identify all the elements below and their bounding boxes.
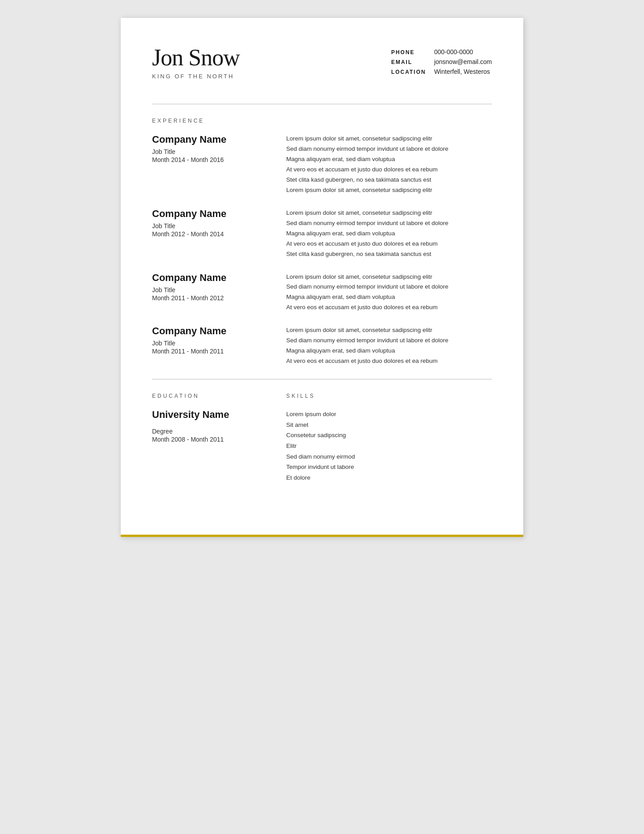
company-name: Company Name — [152, 134, 273, 145]
experience-description: Lorem ipsum dolor sit amet, consetetur s… — [286, 134, 492, 196]
university-name: University Name — [152, 409, 273, 421]
education-column: EDUCATION University Name Degree Month 2… — [152, 393, 286, 483]
experience-left: Company NameJob TitleMonth 2011 - Month … — [152, 325, 286, 366]
skill-item: Lorem ipsum dolor — [286, 409, 492, 420]
skill-item: Tempor invidunt ut labore — [286, 462, 492, 472]
contact-row: LOCATIONWinterfell, Westeros — [391, 68, 492, 75]
skill-item: Sit amet — [286, 420, 492, 430]
contact-label: EMAIL — [391, 59, 427, 65]
job-title: Job Title — [152, 286, 273, 294]
skill-item: Consetetur sadipscing — [286, 430, 492, 441]
job-title: Job Title — [152, 148, 273, 155]
experience-entry: Company NameJob TitleMonth 2014 - Month … — [152, 134, 492, 196]
experience-description: Lorem ipsum dolor sit amet, consetetur s… — [286, 272, 492, 313]
header: Jon Snow KING OF THE NORTH PHONE000-000-… — [152, 45, 492, 93]
experience-entry: Company NameJob TitleMonth 2011 - Month … — [152, 325, 492, 366]
company-name: Company Name — [152, 325, 273, 337]
contact-value: 000-000-0000 — [434, 48, 473, 55]
experience-entry: Company NameJob TitleMonth 2012 - Month … — [152, 208, 492, 260]
job-title: Job Title — [152, 340, 273, 347]
contact-row: PHONE000-000-0000 — [391, 48, 492, 55]
skill-item: Sed diam nonumy eirmod — [286, 451, 492, 462]
company-name: Company Name — [152, 208, 273, 220]
experience-left: Company NameJob TitleMonth 2012 - Month … — [152, 208, 286, 260]
skill-item: Et dolore — [286, 472, 492, 483]
header-left: Jon Snow KING OF THE NORTH — [152, 45, 240, 80]
job-dates: Month 2011 - Month 2011 — [152, 348, 273, 355]
contact-info: PHONE000-000-0000EMAILjonsnow@email.comL… — [391, 48, 492, 75]
resume-page: Jon Snow KING OF THE NORTH PHONE000-000-… — [121, 18, 523, 537]
experience-left: Company NameJob TitleMonth 2014 - Month … — [152, 134, 286, 196]
experience-right: Lorem ipsum dolor sit amet, consetetur s… — [286, 208, 492, 260]
experience-section: EXPERIENCE Company NameJob TitleMonth 20… — [152, 118, 492, 366]
header-divider — [152, 104, 492, 104]
bottom-divider — [152, 379, 492, 379]
experience-left: Company NameJob TitleMonth 2011 - Month … — [152, 272, 286, 313]
education-degree: Degree — [152, 428, 273, 435]
skill-item: Elitr — [286, 441, 492, 451]
bottom-section: EDUCATION University Name Degree Month 2… — [152, 393, 492, 483]
skills-column: SKILLS Lorem ipsum dolorSit ametConsetet… — [286, 393, 492, 483]
experience-description: Lorem ipsum dolor sit amet, consetetur s… — [286, 325, 492, 366]
contact-row: EMAILjonsnow@email.com — [391, 58, 492, 65]
education-dates: Month 2008 - Month 2011 — [152, 436, 273, 443]
candidate-title: KING OF THE NORTH — [152, 73, 240, 80]
skills-list: Lorem ipsum dolorSit ametConsetetur sadi… — [286, 409, 492, 483]
contact-value: Winterfell, Westeros — [434, 68, 490, 75]
education-label: EDUCATION — [152, 393, 273, 399]
contact-value: jonsnow@email.com — [434, 58, 492, 65]
experience-right: Lorem ipsum dolor sit amet, consetetur s… — [286, 325, 492, 366]
experience-label: EXPERIENCE — [152, 118, 492, 124]
experience-description: Lorem ipsum dolor sit amet, consetetur s… — [286, 208, 492, 260]
experience-right: Lorem ipsum dolor sit amet, consetetur s… — [286, 272, 492, 313]
job-dates: Month 2014 - Month 2016 — [152, 156, 273, 163]
company-name: Company Name — [152, 272, 273, 284]
candidate-name: Jon Snow — [152, 45, 240, 70]
experience-entries: Company NameJob TitleMonth 2014 - Month … — [152, 134, 492, 366]
contact-label: PHONE — [391, 49, 427, 55]
job-dates: Month 2011 - Month 2012 — [152, 294, 273, 302]
contact-label: LOCATION — [391, 69, 427, 75]
job-dates: Month 2012 - Month 2014 — [152, 230, 273, 238]
skills-label: SKILLS — [286, 393, 492, 399]
experience-entry: Company NameJob TitleMonth 2011 - Month … — [152, 272, 492, 313]
experience-right: Lorem ipsum dolor sit amet, consetetur s… — [286, 134, 492, 196]
job-title: Job Title — [152, 222, 273, 230]
